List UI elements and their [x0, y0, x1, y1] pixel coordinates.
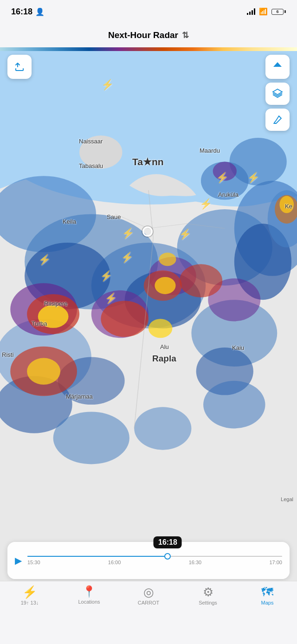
- tab-locations[interactable]: 📍 Locations: [59, 586, 119, 605]
- settings-tab-label: Settings: [199, 600, 217, 605]
- status-bar: 16:18 👤 📶 6: [0, 0, 297, 23]
- share-button[interactable]: [7, 55, 32, 79]
- signal-icon: [247, 8, 255, 15]
- svg-point-32: [213, 161, 237, 180]
- eyedropper-button[interactable]: [265, 109, 290, 131]
- settings-tab-icon: ⚙: [203, 586, 213, 598]
- play-button[interactable]: ▶: [15, 555, 22, 566]
- status-time: 16:18 👤: [11, 7, 45, 17]
- svg-point-2: [79, 135, 122, 169]
- svg-point-28: [148, 319, 172, 338]
- wifi-icon: 📶: [259, 7, 268, 16]
- legal-text[interactable]: Legal: [281, 496, 293, 502]
- page-title: Next-Hour Radar ⇅: [108, 30, 189, 40]
- locations-tab-label: Locations: [78, 599, 100, 605]
- svg-point-35: [279, 196, 294, 213]
- layers-button[interactable]: [265, 83, 290, 105]
- timeline-thumb[interactable]: 16:18: [164, 553, 171, 560]
- battery-indicator: 6: [271, 9, 286, 15]
- map-area[interactable]: Naissaar Maardu Ta★nn Tabasalu Aruküla S…: [0, 47, 297, 581]
- svg-point-31: [230, 138, 287, 186]
- maps-tab-icon: 🗺: [261, 586, 273, 598]
- status-icons: 📶 6: [247, 7, 286, 16]
- radar-map: [0, 47, 297, 581]
- carrot-tab-icon: ◎: [143, 586, 154, 598]
- svg-point-26: [155, 277, 175, 294]
- carrot-tab-label: CARROT: [138, 600, 159, 605]
- svg-point-38: [203, 381, 265, 429]
- tab-bar: ⚡ 19↑ 13↓ 📍 Locations ◎ CARROT ⚙ Setting…: [0, 581, 297, 644]
- location-button[interactable]: [265, 55, 290, 79]
- title-bar: Next-Hour Radar ⇅: [0, 23, 297, 47]
- svg-point-21: [101, 301, 148, 337]
- svg-point-37: [134, 407, 191, 450]
- chevron-icon[interactable]: ⇅: [182, 30, 189, 40]
- timeline-line: 16:18: [27, 556, 282, 557]
- current-location: [142, 226, 153, 237]
- svg-point-24: [180, 264, 222, 297]
- tab-maps[interactable]: 🗺 Maps: [238, 586, 297, 605]
- tab-carrot[interactable]: ◎ CARROT: [119, 586, 178, 605]
- tab-lightning[interactable]: ⚡ 19↑ 13↓: [0, 586, 59, 605]
- timeline-current-time: 16:18: [154, 536, 182, 548]
- tab-settings[interactable]: ⚙ Settings: [178, 586, 238, 605]
- lightning-tab-label: 19↑ 13↓: [21, 600, 39, 605]
- lightning-tab-icon: ⚡: [22, 586, 37, 598]
- person-icon: 👤: [35, 7, 45, 16]
- maps-tab-label: Maps: [261, 600, 274, 605]
- locations-tab-icon: 📍: [82, 586, 96, 597]
- timeline: ▶ 16:18 15:30 16:00 16:30 17:00: [7, 542, 290, 579]
- svg-point-29: [27, 358, 60, 385]
- svg-point-27: [159, 253, 176, 266]
- svg-point-36: [53, 412, 129, 464]
- timeline-labels: 15:30 16:00 16:30 17:00: [27, 560, 282, 565]
- timeline-progress: [27, 556, 168, 557]
- timeline-track[interactable]: 16:18 15:30 16:00 16:30 17:00: [27, 556, 282, 565]
- color-scale-bar: [0, 47, 297, 51]
- svg-point-25: [38, 305, 69, 328]
